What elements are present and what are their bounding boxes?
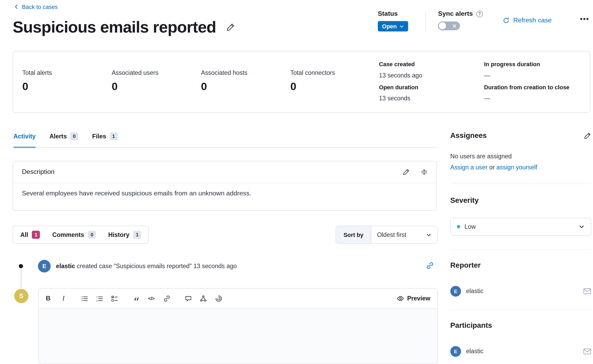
metric-associated-users: Associated users 0: [112, 69, 159, 93]
reporter-title: Reporter: [450, 261, 591, 269]
timeline-action: created case "Suspicious emails reported…: [77, 263, 237, 269]
assignees-title: Assignees: [450, 132, 487, 140]
metric-value: 0: [290, 80, 335, 93]
back-to-cases-link[interactable]: Back to cases: [13, 3, 58, 10]
timeline-user: elastic: [56, 263, 75, 269]
status-value: Open: [382, 23, 397, 30]
task-list-button[interactable]: [110, 294, 119, 303]
metrics-dates-column: Case created 13 seconds ago Open duratio…: [379, 60, 422, 106]
description-panel: Description Several employees have recei…: [13, 161, 437, 211]
detail-value: 13 seconds: [379, 94, 422, 103]
detail-label: Open duration: [379, 83, 422, 92]
collapse-description-button[interactable]: [421, 169, 428, 175]
comment-input[interactable]: [39, 309, 437, 364]
timeline-connector: [21, 270, 22, 288]
edit-description-button[interactable]: [403, 169, 410, 175]
filter-comments[interactable]: Comments 0: [46, 226, 102, 243]
pencil-icon: [584, 132, 591, 139]
sidebar-divider: [450, 184, 591, 184]
tabs-underline: [13, 147, 437, 147]
tab-files[interactable]: Files 1: [92, 132, 117, 148]
history-count-badge: 1: [133, 231, 141, 239]
severity-title: Severity: [450, 196, 591, 205]
comment-editor-panel: 12: [38, 288, 438, 364]
severity-value: Low: [464, 223, 476, 230]
email-icon[interactable]: [583, 288, 591, 294]
editor-italic-button[interactable]: [59, 294, 68, 303]
edit-title-button[interactable]: [226, 23, 235, 32]
filter-label: Comments: [52, 231, 84, 238]
current-user-avatar: S: [14, 289, 28, 303]
sort-order-value: Oldest first: [377, 231, 406, 238]
task-list-icon: [111, 295, 118, 302]
assign-yourself-link[interactable]: assign yourself: [496, 164, 537, 171]
markdown-toolbar: 12: [39, 289, 437, 309]
reporter-row: E elastic: [450, 286, 591, 297]
filter-label: History: [108, 231, 129, 238]
unordered-list-button[interactable]: [80, 294, 89, 303]
sort-control: Sort by Oldest first: [336, 226, 438, 244]
chevron-down-icon: [426, 232, 431, 237]
code-button[interactable]: [146, 294, 156, 303]
reporter-name: elastic: [466, 288, 483, 295]
assignees-header: Assignees: [450, 132, 591, 140]
copy-link-button[interactable]: [426, 262, 434, 269]
filter-all[interactable]: All 1: [14, 226, 46, 243]
ordered-list-icon: 12: [96, 295, 103, 302]
svg-text:2: 2: [96, 299, 98, 302]
metric-label: Associated hosts: [201, 69, 247, 76]
description-header: Description: [13, 161, 437, 183]
metric-label: Associated users: [112, 69, 159, 76]
severity-select[interactable]: Low: [450, 218, 591, 236]
editor-bold-button[interactable]: [43, 294, 53, 303]
ordered-list-button[interactable]: 12: [95, 294, 104, 303]
quote-button[interactable]: [132, 294, 141, 303]
back-to-cases-label: Back to cases: [22, 3, 58, 10]
link-icon: [163, 295, 170, 302]
assign-user-link[interactable]: Assign a user: [450, 164, 487, 171]
insert-timeline-button[interactable]: [214, 294, 223, 303]
svg-text:1: 1: [96, 295, 98, 298]
description-body: Several employees have received suspicio…: [13, 183, 437, 204]
case-sidebar: Assignees No users are assigned Assign a…: [450, 0, 591, 364]
metric-label: Total connectors: [290, 69, 335, 76]
metric-value: 0: [112, 80, 159, 93]
metric-associated-hosts: Associated hosts 0: [201, 69, 247, 93]
chevron-down-icon: [579, 224, 585, 230]
link-icon: [426, 262, 434, 269]
status-block: Status Open: [378, 10, 408, 32]
insert-comment-button[interactable]: [183, 294, 193, 303]
status-dropdown-button[interactable]: Open: [378, 21, 408, 31]
insert-link-button[interactable]: [162, 294, 171, 303]
sidebar-divider: [450, 249, 591, 250]
comment-bubble-icon: [185, 295, 192, 302]
sidebar-divider: [450, 309, 591, 310]
email-icon[interactable]: [583, 348, 591, 354]
all-count-badge: 1: [32, 231, 40, 239]
graph-nodes-icon: [200, 295, 207, 302]
filter-label: All: [20, 231, 28, 238]
user-actions-filter-group: All 1 Comments 0 History 1: [13, 226, 149, 244]
insert-visualization-button[interactable]: [198, 294, 208, 303]
metric-label: Total alerts: [22, 69, 52, 76]
assignees-empty-text: No users are assigned: [450, 153, 591, 160]
edit-assignees-button[interactable]: [584, 132, 591, 139]
preview-button[interactable]: Preview: [397, 295, 433, 302]
timeline-dot: [19, 264, 23, 268]
header-divider: [425, 12, 426, 32]
participant-avatar: E: [450, 346, 461, 357]
case-tabs: Activity Alerts 0 Files 1: [13, 132, 117, 148]
sort-order-select[interactable]: Oldest first: [371, 226, 437, 243]
tab-alerts[interactable]: Alerts 0: [49, 132, 78, 148]
unordered-list-icon: [81, 295, 88, 302]
fold-vertical-icon: [421, 169, 428, 175]
pencil-icon: [403, 169, 410, 175]
chevron-down-icon: [400, 24, 404, 29]
description-title: Description: [22, 168, 54, 176]
severity-low-dot-icon: [457, 225, 460, 228]
filter-history[interactable]: History 1: [102, 226, 147, 243]
participants-title: Participants: [450, 321, 591, 330]
reporter-avatar: E: [450, 286, 461, 297]
tab-activity[interactable]: Activity: [13, 132, 35, 148]
files-count-badge: 1: [110, 132, 118, 140]
